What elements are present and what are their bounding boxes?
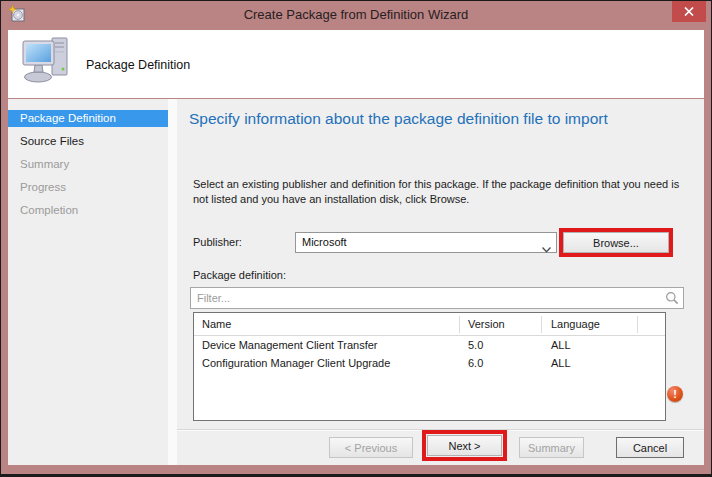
column-header-version[interactable]: Version bbox=[460, 316, 542, 333]
titlebar[interactable]: Create Package from Definition Wizard bbox=[1, 1, 711, 30]
wizard-window: Create Package from Definition Wizard bbox=[1, 1, 711, 474]
next-annotation: Next > bbox=[422, 430, 507, 461]
screenshot: Create Package from Definition Wizard bbox=[0, 0, 712, 477]
close-button[interactable] bbox=[672, 1, 706, 22]
instruction-line: Select an existing publisher and definit… bbox=[193, 177, 679, 192]
cell-version: 6.0 bbox=[460, 357, 542, 369]
previous-button: < Previous bbox=[329, 437, 413, 458]
filter-box bbox=[190, 287, 684, 309]
column-header-language[interactable]: Language bbox=[542, 316, 638, 333]
publisher-dropdown-value: Microsoft bbox=[302, 236, 347, 248]
browse-annotation: Browse... bbox=[559, 228, 673, 257]
cancel-button[interactable]: Cancel bbox=[616, 437, 684, 458]
table-row[interactable]: Configuration Manager Client Upgrade 6.0… bbox=[194, 354, 665, 372]
page-title: Package Definition bbox=[86, 58, 190, 72]
wizard-header: Package Definition bbox=[8, 30, 704, 98]
cell-version: 5.0 bbox=[460, 339, 542, 351]
cell-name: Device Management Client Transfer bbox=[194, 339, 460, 351]
instruction-line: not listed and you have an installation … bbox=[193, 192, 679, 207]
publisher-label: Publisher: bbox=[193, 236, 242, 248]
filter-input[interactable] bbox=[191, 288, 659, 308]
publisher-dropdown[interactable]: Microsoft bbox=[295, 232, 557, 253]
validation-error-icon[interactable]: ! bbox=[667, 386, 683, 402]
browse-button[interactable]: Browse... bbox=[563, 232, 669, 253]
sidebar-item-progress: Progress bbox=[8, 179, 168, 196]
package-definition-table: Name Version Language Device Management … bbox=[193, 312, 666, 421]
sidebar-divider bbox=[168, 99, 177, 465]
instruction-text: Select an existing publisher and definit… bbox=[193, 177, 679, 207]
next-button[interactable]: Next > bbox=[427, 435, 502, 456]
sidebar-item-completion: Completion bbox=[8, 202, 168, 219]
close-icon bbox=[684, 7, 694, 16]
cell-language: ALL bbox=[542, 339, 638, 351]
table-header: Name Version Language bbox=[194, 313, 665, 336]
package-definition-label: Package definition: bbox=[193, 269, 286, 281]
search-icon bbox=[665, 291, 679, 309]
cell-language: ALL bbox=[542, 357, 638, 369]
column-header-filler bbox=[638, 316, 665, 333]
summary-button: Summary bbox=[519, 437, 584, 458]
cell-name: Configuration Manager Client Upgrade bbox=[194, 357, 460, 369]
sidebar-item-source-files[interactable]: Source Files bbox=[8, 133, 168, 150]
page-heading: Specify information about the package de… bbox=[189, 110, 608, 128]
computer-icon bbox=[21, 34, 77, 94]
column-header-name[interactable]: Name bbox=[194, 316, 460, 333]
sidebar-item-summary: Summary bbox=[8, 156, 168, 173]
window-title: Create Package from Definition Wizard bbox=[1, 7, 711, 22]
chevron-down-icon bbox=[542, 240, 551, 259]
table-row[interactable]: Device Management Client Transfer 5.0 AL… bbox=[194, 336, 665, 354]
main-content: Specify information about the package de… bbox=[177, 99, 704, 465]
sidebar-item-package-definition[interactable]: Package Definition bbox=[8, 110, 168, 127]
wizard-steps-sidebar: Package Definition Source Files Summary … bbox=[8, 99, 168, 465]
